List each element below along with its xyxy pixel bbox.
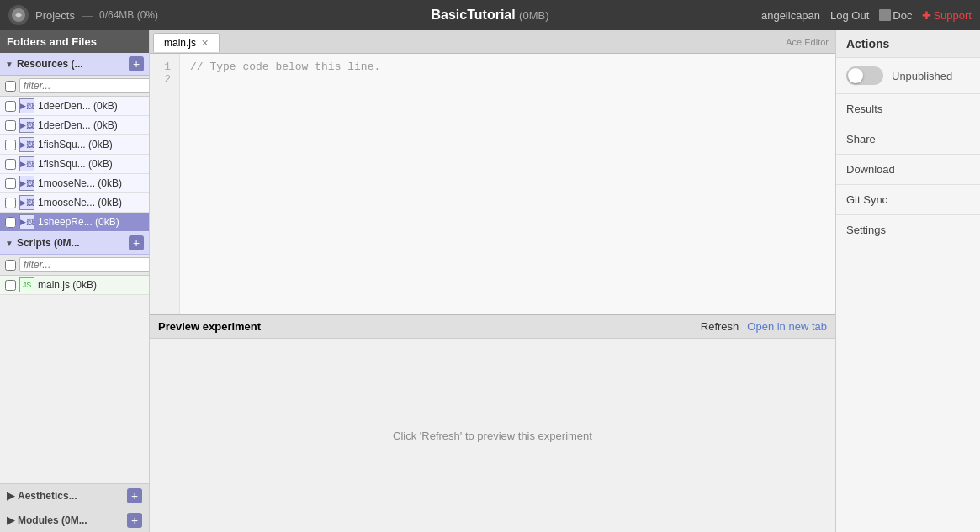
doc-icon [879, 9, 891, 21]
ace-editor-label: Ace Editor [786, 37, 835, 47]
resources-file-list: ▶🖼 1deerDen... (0kB) ▶🖼 1deerDen... (0kB… [0, 97, 149, 232]
projects-link[interactable]: Projects [35, 9, 75, 22]
git-sync-button[interactable]: Git Sync [836, 185, 980, 215]
aesthetics-label: Aesthetics... [18, 490, 77, 502]
file-checkbox[interactable] [5, 140, 16, 150]
file-icon: ▶🖼 [19, 195, 34, 210]
add-script-button[interactable]: + [129, 235, 144, 250]
list-item[interactable]: ▶🖼 1deerDen... (0kB) [0, 97, 149, 116]
file-icon: ▶🖼 [19, 176, 34, 191]
app-logo [8, 5, 29, 25]
doc-link[interactable]: Doc [879, 9, 912, 22]
scripts-file-list: JS main.js (0kB) [0, 276, 149, 295]
aesthetics-arrow: ▶ [7, 490, 14, 502]
scripts-filter-input[interactable] [19, 257, 150, 272]
resources-section-header[interactable]: ▼ Resources (... + [0, 53, 149, 76]
add-module-button[interactable]: + [127, 513, 142, 528]
code-content[interactable]: // Type code below this line. [180, 54, 390, 314]
list-item[interactable]: ▶🖼 1fishSqu... (0kB) [0, 135, 149, 155]
file-name: 1mooseNe... (0kB) [38, 177, 144, 189]
scripts-select-all[interactable] [5, 260, 16, 271]
memory-label: 0/64MB (0%) [99, 9, 158, 21]
file-name: 1deerDen... (0kB) [38, 119, 144, 131]
publish-toggle[interactable] [846, 66, 883, 85]
toggle-knob [848, 68, 863, 83]
file-checkbox[interactable] [5, 280, 16, 291]
file-checkbox[interactable] [5, 217, 16, 228]
resources-label: Resources (... [17, 58, 83, 70]
list-item[interactable]: ▶🖼 1deerDen... (0kB) [0, 116, 149, 135]
preview-title: Preview experiment [158, 320, 261, 333]
file-checkbox[interactable] [5, 120, 16, 131]
tab-main-js[interactable]: main.js ✕ [153, 33, 220, 52]
list-item[interactable]: JS main.js (0kB) [0, 276, 149, 295]
list-item[interactable]: ▶🖼 1mooseNe... (0kB) [0, 193, 149, 213]
logout-button[interactable]: Log Out [830, 9, 869, 22]
resources-arrow: ▼ [5, 60, 13, 69]
list-item[interactable]: ▶🖼 1fishSqu... (0kB) [0, 155, 149, 174]
file-checkbox[interactable] [5, 178, 16, 189]
scripts-filter-row: 🗑 ⬇ [0, 255, 149, 276]
preview-controls: Refresh Open in new tab [701, 320, 827, 333]
file-name: 1mooseNe... (0kB) [38, 197, 144, 208]
download-button[interactable]: Download [836, 155, 980, 185]
file-checkbox[interactable] [5, 101, 16, 112]
line-numbers: 1 2 [150, 54, 180, 314]
actions-header: Actions [836, 30, 980, 58]
scripts-label: Scripts (0M... [17, 237, 80, 249]
sidebar-title: Folders and Files [7, 35, 97, 48]
topbar: Projects — 0/64MB (0%) BasicTutorial (0M… [0, 0, 980, 30]
file-name: 1deerDen... (0kB) [38, 100, 144, 112]
modules-section-header[interactable]: ▶ Modules (0M... + [0, 508, 149, 532]
js-file-icon: JS [19, 277, 34, 292]
file-icon: ▶🖼 [19, 156, 34, 171]
actions-panel: Actions Unpublished Results Share Downlo… [835, 30, 980, 532]
add-resource-button[interactable]: + [129, 56, 144, 71]
preview-body: Click 'Refresh' to preview this experime… [150, 339, 835, 532]
file-icon: ▶🖼 [19, 214, 34, 229]
share-button[interactable]: Share [836, 124, 980, 155]
topbar-divider: — [82, 9, 93, 22]
sidebar: Folders and Files ▼ Resources (... + 🗑 ⬇… [0, 30, 150, 532]
editor-area: main.js ✕ Ace Editor 1 2 // Type code be… [150, 30, 835, 532]
file-name: main.js (0kB) [38, 279, 144, 291]
resources-filter-input[interactable] [19, 78, 150, 93]
file-name: 1fishSqu... (0kB) [38, 139, 144, 150]
add-aesthetic-button[interactable]: + [127, 488, 142, 503]
resources-filter-row: 🗑 ⬇ [0, 76, 149, 97]
file-checkbox[interactable] [5, 198, 16, 208]
file-icon: ▶🖼 [19, 98, 34, 113]
refresh-button[interactable]: Refresh [701, 320, 739, 333]
preview-header: Preview experiment Refresh Open in new t… [150, 315, 835, 339]
aesthetics-section-header[interactable]: ▶ Aesthetics... + [0, 483, 149, 508]
publish-toggle-row: Unpublished [836, 58, 980, 94]
preview-area: Preview experiment Refresh Open in new t… [150, 314, 835, 532]
username: angelicapan [761, 9, 820, 22]
tab-label: main.js [164, 37, 196, 49]
settings-button[interactable]: Settings [836, 215, 980, 245]
modules-arrow: ▶ [7, 514, 14, 526]
file-icon: ▶🖼 [19, 118, 34, 133]
app-title: BasicTutorial (0MB) [431, 8, 548, 23]
support-icon: ✚ [922, 9, 931, 22]
file-name: 1sheepRe... (0kB) [38, 216, 144, 228]
sidebar-header: Folders and Files [0, 30, 149, 53]
resources-select-all[interactable] [5, 81, 16, 92]
list-item[interactable]: ▶🖼 1sheepRe... (0kB) [0, 213, 149, 232]
scripts-section: ▼ Scripts (0M... + 🗑 ⬇ JS main.js (0kB) [0, 232, 149, 295]
scripts-section-header[interactable]: ▼ Scripts (0M... + [0, 232, 149, 255]
list-item[interactable]: ▶🖼 1mooseNe... (0kB) [0, 174, 149, 193]
preview-placeholder: Click 'Refresh' to preview this experime… [393, 429, 592, 442]
file-name: 1fishSqu... (0kB) [38, 158, 144, 170]
scripts-arrow: ▼ [5, 239, 13, 248]
sidebar-bottom: ▶ Aesthetics... + ▶ Modules (0M... + [0, 483, 149, 532]
support-link[interactable]: ✚ Support [922, 9, 972, 22]
file-icon: ▶🖼 [19, 137, 34, 152]
editor-tabs: main.js ✕ Ace Editor [150, 30, 835, 54]
results-button[interactable]: Results [836, 94, 980, 124]
code-editor[interactable]: 1 2 // Type code below this line. [150, 54, 835, 314]
open-in-new-tab-link[interactable]: Open in new tab [747, 320, 827, 333]
file-checkbox[interactable] [5, 159, 16, 170]
main-layout: Folders and Files ▼ Resources (... + 🗑 ⬇… [0, 30, 980, 532]
tab-close-icon[interactable]: ✕ [201, 38, 209, 49]
